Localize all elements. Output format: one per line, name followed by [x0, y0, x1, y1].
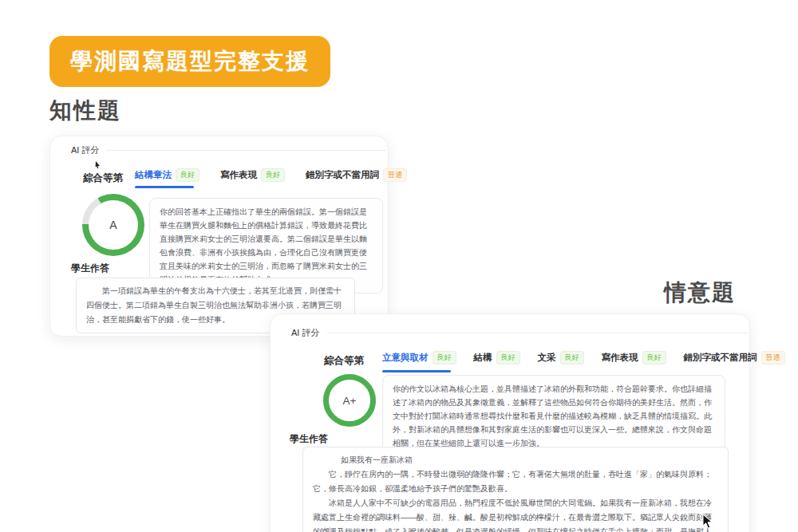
status-badge: 良好 [433, 351, 456, 365]
status-badge: 良好 [642, 351, 666, 365]
score-tabs: 立意與取材 良好 結構 良好 文采 良好 寫作表現 良好 錯別字或不當用詞 普通 [382, 351, 785, 365]
tab-label: 寫作表現 [602, 352, 638, 364]
student-essay-paragraph: 它，靜佇在房內的一隅，不時發出微弱的隆隆作響；它，有著偌大無垠的肚量，吞吐進「家… [313, 467, 718, 496]
small-cursor-mark-icon [95, 161, 101, 168]
ai-score-header: AI 評分 [291, 327, 748, 339]
tab-label: 文采 [538, 352, 556, 364]
tab-label: 結構章法 [135, 169, 172, 181]
tab-typos[interactable]: 錯別字或不當用詞 普通 [684, 351, 785, 365]
student-answer-label: 學生作答 [71, 262, 109, 275]
active-tab-underline [382, 370, 451, 372]
tab-theme-material[interactable]: 立意與取材 良好 [382, 351, 456, 365]
tab-writing-performance[interactable]: 寫作表現 良好 [602, 351, 666, 365]
ai-score-label: AI 評分 [71, 144, 99, 156]
status-badge: 普通 [761, 351, 785, 365]
tab-label: 立意與取材 [382, 352, 429, 364]
tab-typos[interactable]: 錯別字或不當用詞 普通 [306, 168, 407, 182]
tab-structure[interactable]: 結構 良好 [474, 351, 520, 365]
grade-ring: A [82, 194, 144, 256]
student-essay-paragraph: 冰箱是人人家中不可缺少的電器用品，熱門程度不低於風靡世間的大同電鍋。如果我有一座… [313, 496, 718, 532]
student-essay-title: 如果我有一座新冰箱 [313, 453, 718, 467]
status-badge: 良好 [261, 168, 285, 182]
student-answer-label: 學生作答 [290, 432, 328, 446]
banner-title: 學測國寫題型完整支援 [49, 36, 330, 87]
header-divider [327, 333, 748, 333]
active-tab-underline [135, 186, 194, 188]
ai-score-card-affective: AI 評分 綜合等第 立意與取材 良好 結構 良好 文采 良好 寫作表現 良好 … [270, 313, 750, 532]
overall-grade-label: 綜合等第 [83, 171, 123, 185]
ai-feedback-text: 你的作文以冰箱為核心主題，並具體描述了冰箱的外觀和功能，符合題幹要求。你也詳細描… [382, 375, 725, 457]
status-badge: 普通 [383, 168, 407, 182]
student-answer-box[interactable]: 如果我有一座新冰箱 它，靜佇在房內的一隅，不時發出微弱的隆隆作響；它，有著偌大無… [302, 447, 729, 532]
ai-score-header: AI 評分 [71, 144, 386, 156]
tab-label: 結構 [474, 352, 492, 364]
status-badge: 良好 [560, 351, 584, 365]
section-heading-affective: 情意題 [664, 278, 736, 308]
tab-label: 寫作表現 [220, 169, 257, 181]
tab-writing-performance[interactable]: 寫作表現 良好 [220, 168, 285, 182]
header-divider [107, 150, 386, 151]
grade-ring: A+ [323, 374, 376, 427]
tab-label: 錯別字或不當用詞 [306, 169, 379, 181]
mouse-cursor-icon [702, 514, 713, 530]
section-heading-intellectual: 知性題 [49, 96, 121, 126]
tab-structure[interactable]: 結構章法 良好 [135, 168, 200, 182]
status-badge: 良好 [176, 168, 200, 182]
overall-grade-label: 綜合等第 [324, 354, 364, 368]
tab-label: 錯別字或不當用詞 [684, 352, 757, 364]
status-badge: 良好 [496, 351, 520, 365]
ai-score-label: AI 評分 [291, 327, 319, 339]
tab-literary-style[interactable]: 文采 良好 [538, 351, 584, 365]
grade-value: A [89, 200, 138, 250]
score-tabs: 結構章法 良好 寫作表現 良好 錯別字或不當用詞 普通 [135, 168, 407, 182]
grade-value: A+ [343, 395, 357, 407]
